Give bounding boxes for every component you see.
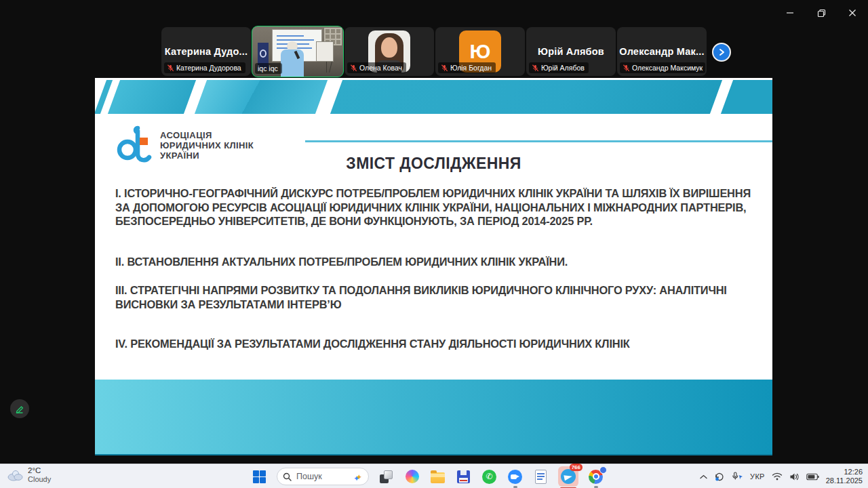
zoom-meeting-window: Катерина Дудо... Катерина Дудорова [0,0,868,488]
title-divider-line [305,140,772,142]
next-participants-button[interactable] [712,43,731,62]
battery-button[interactable] [806,473,819,481]
zoom-app-button[interactable] [507,468,524,485]
folder-icon [431,472,445,483]
sync-status-button[interactable] [714,472,725,481]
telegram-button[interactable]: 766 [558,466,578,487]
toc-item-1: I. ІСТОРИЧНО-ГЕОГРАФІЧНИЙ ДИСКУРС ПОТРЕБ… [115,186,765,228]
floppy-disk-icon [457,470,470,483]
mic-muted-icon [441,64,448,72]
cloud-icon [7,470,23,481]
file-explorer-button[interactable] [429,468,446,485]
slide-header-band [95,80,772,114]
task-view-button[interactable] [378,468,395,485]
speaker-icon [789,472,800,481]
minimize-button[interactable] [774,0,806,26]
minimize-icon [786,9,794,17]
tray-time: 12:26 [844,468,863,476]
mic-muted-icon [350,64,357,72]
participant-name-label: Юрій Алябов [529,62,589,73]
search-placeholder: Пошук [296,472,351,481]
clock[interactable]: 12:26 28.11.2025 [826,468,863,485]
taskbar-search[interactable]: Пошук ✦ [277,468,369,485]
participant-name-label: Катерина Дудорова [164,62,245,73]
participant-name-label: Юлія Богдан [438,62,496,73]
participant-tile-olena[interactable]: Олена Ковач [344,27,434,76]
zoom-icon [508,470,522,484]
wifi-button[interactable] [772,472,783,481]
participant-tile-iqc-active-speaker[interactable]: iqc iqc [252,26,343,77]
close-button[interactable] [837,0,868,26]
chrome-profile-badge [599,466,607,474]
copilot-sparkle-icon: ✦ [356,472,363,481]
whatsapp-button[interactable]: ✆ [481,468,498,485]
presenter-person [281,41,304,77]
running-indicator [513,486,517,488]
keyboard-language-button[interactable]: УКР [750,472,765,481]
participant-tile-yulia[interactable]: Ю Юлія Богдан [435,27,525,76]
task-view-icon [380,470,393,483]
toc-item-4: IV. РЕКОМЕНДАЦІЇ ЗА РЕЗУЛЬТАТАМИ ДОСЛІДЖ… [115,337,765,351]
weather-widget[interactable]: 2°C Cloudy [7,466,51,484]
weather-temperature: 2°C [28,466,51,475]
save-app-button[interactable] [455,468,472,485]
battery-icon [806,473,819,481]
writer-document-button[interactable] [532,468,549,485]
telegram-icon [561,469,576,484]
windows-logo-icon [253,470,266,483]
flipchart [316,41,334,62]
whatsapp-icon: ✆ [482,470,496,484]
mic-muted-icon [623,64,630,72]
shared-presentation-slide: АСОЦІАЦІЯ ЮРИДИЧНИХ КЛІНІК УКРАЇНИ ЗМІСТ… [95,78,772,455]
window-controls [774,0,868,26]
mic-muted-icon [167,64,174,72]
close-icon [848,9,856,17]
toc-item-2: II. ВСТАНОВЛЕННЯ АКТУАЛЬНИХ ПОТРЕБ/ПРОБЛ… [115,255,765,269]
document-icon [535,470,547,484]
table-of-contents: I. ІСТОРИЧНО-ГЕОГРАФІЧНИЙ ДИСКУРС ПОТРЕБ… [115,186,765,351]
tray-overflow-button[interactable] [700,474,707,479]
taskbar-app-icons: Пошук ✦ ✆ [251,464,604,488]
participant-tile-oleksandr[interactable]: Олександр Мак... Олександр Максимук [617,27,707,76]
copilot-icon [406,470,419,483]
participant-tile-yurii[interactable]: Юрій Алябов Юрій Алябов [526,27,616,76]
pencil-icon [15,404,24,413]
sync-icon [714,472,725,481]
annotate-button[interactable] [10,399,29,418]
chrome-button[interactable] [587,468,604,485]
volume-button[interactable] [789,472,800,481]
running-indicator [594,486,598,488]
participant-tile-katerina[interactable]: Катерина Дудо... Катерина Дудорова [161,27,251,76]
slide-footer-band [95,380,772,455]
participant-name-label: Олена Ковач [347,62,406,73]
start-button[interactable] [251,468,268,485]
restore-icon [817,9,826,18]
telegram-unread-badge: 766 [570,464,583,471]
slide-title: ЗМІСТ ДОСЛІДЖЕННЯ [95,155,772,173]
mic-in-use-button[interactable] [732,472,743,481]
search-icon [283,472,292,481]
restore-button[interactable] [806,0,837,26]
toc-item-3: III. СТРАТЕГІЧНІ НАПРЯМИ РОЗВИТКУ ТА ПОД… [115,283,765,311]
system-tray: УКР [700,464,863,488]
microphone-location-icon [732,472,743,481]
participant-name-label: iqc iqc [255,63,282,74]
wifi-icon [772,472,783,481]
participant-strip: Катерина Дудо... Катерина Дудорова [161,27,707,76]
copilot-button[interactable] [403,468,420,485]
windows-taskbar: 2°C Cloudy Пошук ✦ [0,464,868,488]
chevron-right-icon [717,48,726,56]
participant-name-label: Олександр Максимук [620,62,705,73]
weather-condition: Cloudy [28,475,51,484]
chevron-up-icon [700,474,707,479]
mic-muted-icon [532,64,539,72]
tray-date: 28.11.2025 [826,476,863,485]
